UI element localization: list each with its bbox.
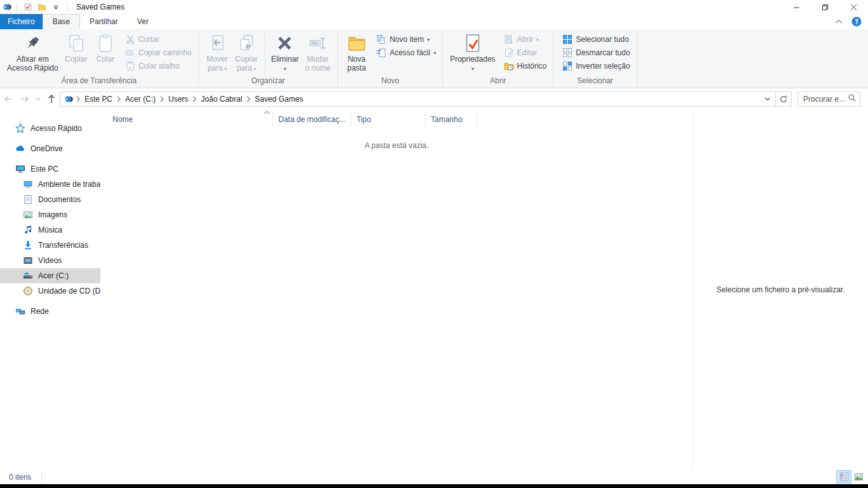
breadcrumb-item-joao-cabral[interactable]: João Cabral: [197, 92, 246, 106]
propriedades-button[interactable]: Propriedades▾: [447, 31, 498, 76]
up-button[interactable]: [43, 91, 60, 107]
address-dropdown-button[interactable]: [760, 92, 775, 106]
qat-properties-button[interactable]: [22, 1, 34, 13]
inverter-selecao-button[interactable]: Inverter seleção: [560, 60, 632, 72]
documents-icon: [23, 194, 33, 205]
button-label: para ▾: [237, 64, 256, 72]
ribbon-group-abrir: Propriedades▾Abrir▾EditarHistóricoAbrir: [443, 29, 553, 88]
breadcrumb-item-este-pc[interactable]: Este PC: [81, 92, 116, 106]
button-label: Novo item: [390, 35, 424, 44]
search-input[interactable]: [803, 95, 848, 104]
svg-text:?: ?: [855, 18, 858, 25]
afixar-em-acesso-rapido-button[interactable]: Afixar emAcesso Rápido: [4, 31, 62, 76]
sidebar-item-label: OneDrive: [31, 144, 63, 153]
back-button: [0, 91, 17, 107]
sidebar-item-label: Vídeos: [38, 256, 62, 265]
column-header-tipo[interactable]: Tipo: [351, 112, 426, 127]
button-label: Copiar caminho: [139, 48, 192, 57]
file-list-area[interactable]: NomeData de modificaç...TipoTamanho A pa…: [100, 109, 693, 470]
main-area: Acesso RápidoOneDriveEste PCAmbiente de …: [0, 109, 868, 470]
sidebar-item-videos[interactable]: Vídeos: [0, 253, 100, 268]
breadcrumb-item-acer-c[interactable]: Acer (C:): [121, 92, 159, 106]
small-button-column: Abrir▾EditarHistórico: [501, 31, 550, 72]
sidebar-item-label: Música: [38, 226, 62, 234]
details-view-button[interactable]: [837, 471, 851, 483]
divider: [264, 32, 265, 75]
sidebar-item-acer-c[interactable]: Acer (C:): [0, 268, 100, 283]
delete-icon: [275, 33, 295, 53]
acesso-facil-button[interactable]: Acesso fácil▾: [374, 47, 438, 58]
rename-icon: [308, 33, 328, 53]
colar-atalho-button: Colar atalho: [123, 60, 194, 72]
button-label: Propriedades: [450, 55, 495, 64]
sidebar-item-transferencias[interactable]: Transferências: [0, 238, 100, 253]
breadcrumb-item-users[interactable]: Users: [165, 92, 192, 106]
ribbon-group-label: Abrir: [443, 76, 553, 88]
minimize-button[interactable]: [782, 0, 811, 14]
this-pc-icon: [15, 164, 25, 174]
sidebar-item-label: Acer (C:): [38, 271, 69, 280]
breadcrumb-item-saved-games[interactable]: Saved Games: [251, 92, 307, 106]
sidebar-item-unidade-de-cd-d[interactable]: Unidade de CD (D:): [0, 283, 100, 299]
large-icons-view-button[interactable]: [851, 471, 865, 483]
divider: [17, 3, 17, 11]
sidebar-item-musica[interactable]: Música: [0, 222, 100, 238]
ribbon-group-organizar: Moverpara ▾Copiarpara ▾Eliminar▾Mudaro n…: [199, 29, 338, 88]
tab-ficheiro[interactable]: Ficheiro: [0, 14, 43, 29]
tab-partilhar[interactable]: Partilhar: [80, 14, 128, 29]
tab-ver[interactable]: Ver: [128, 14, 158, 29]
sidebar-item-acesso-rapido[interactable]: Acesso Rápido: [0, 121, 100, 136]
button-label: Copiar: [65, 55, 87, 64]
breadcrumb-chevron-icon: [159, 95, 165, 103]
help-icon[interactable]: ?: [851, 17, 862, 27]
breadcrumb-chevron-icon: [76, 95, 81, 103]
eliminar-button[interactable]: Eliminar▾: [268, 31, 302, 76]
restore-button[interactable]: [811, 0, 839, 14]
pin-icon: [22, 33, 43, 53]
paste-icon: [95, 33, 116, 53]
sidebar-item-ambiente-de-trabalho[interactable]: Ambiente de trabalho: [0, 177, 100, 192]
novo-item-button[interactable]: Novo item▾: [374, 34, 438, 45]
sidebar-item-onedrive[interactable]: OneDrive: [0, 141, 100, 156]
selecionar-tudo-button[interactable]: Selecionar tudo: [560, 34, 632, 45]
desmarcar-tudo-button[interactable]: Desmarcar tudo: [560, 47, 632, 58]
breadcrumb[interactable]: Este PCAcer (C:)UsersJoão CabralSaved Ga…: [60, 92, 776, 107]
copy-to-icon: [236, 33, 257, 53]
easy-access-icon: [376, 48, 386, 58]
column-header-nome[interactable]: Nome: [100, 112, 273, 127]
close-button[interactable]: [839, 0, 868, 14]
qat-new-folder-button[interactable]: [36, 1, 48, 13]
sidebar-item-este-pc[interactable]: Este PC: [0, 161, 100, 177]
sidebar-item-imagens[interactable]: Imagens: [0, 207, 100, 222]
column-header-tamanho[interactable]: Tamanho: [426, 112, 478, 127]
button-label: Abrir: [517, 35, 533, 44]
divider: [67, 3, 67, 11]
sidebar-item-label: Rede: [31, 307, 49, 316]
ribbon-collapse-chevron-icon[interactable]: [834, 17, 844, 27]
sidebar-item-rede[interactable]: Rede: [0, 304, 100, 319]
select-all-icon: [562, 34, 573, 44]
breadcrumb-chevron-icon: [192, 95, 197, 103]
button-label: para ▾: [208, 64, 227, 72]
bottom-edge: [0, 484, 868, 488]
colar-button: Colar: [91, 31, 120, 76]
tab-base[interactable]: Base: [43, 14, 80, 29]
invert-selection-icon: [562, 61, 573, 71]
historico-button[interactable]: Histórico: [501, 60, 550, 72]
column-header-data-de-modificac[interactable]: Data de modificaç...: [273, 112, 351, 127]
recent-locations-dropdown: [33, 91, 43, 107]
properties-icon: [463, 33, 483, 53]
ribbon-group-selecionar: Selecionar tudoDesmarcar tudoInverter se…: [553, 29, 637, 88]
nova-pasta-button[interactable]: Novapasta: [342, 31, 371, 76]
quick-access-icon: [15, 123, 25, 133]
sidebar-item-label: Este PC: [31, 165, 58, 173]
search-box[interactable]: [797, 92, 860, 107]
qat-customize-dropdown[interactable]: [50, 1, 62, 13]
refresh-button[interactable]: [776, 92, 792, 107]
ribbon-group-area-de-transferencia: Afixar emAcesso RápidoCopiarColarCortarC…: [0, 29, 199, 88]
item-count: 0 itens: [9, 473, 31, 482]
move-to-icon: [207, 33, 227, 53]
cut-icon: [125, 34, 135, 44]
sidebar-item-documentos[interactable]: Documentos: [0, 192, 100, 207]
button-label: Desmarcar tudo: [576, 48, 630, 57]
